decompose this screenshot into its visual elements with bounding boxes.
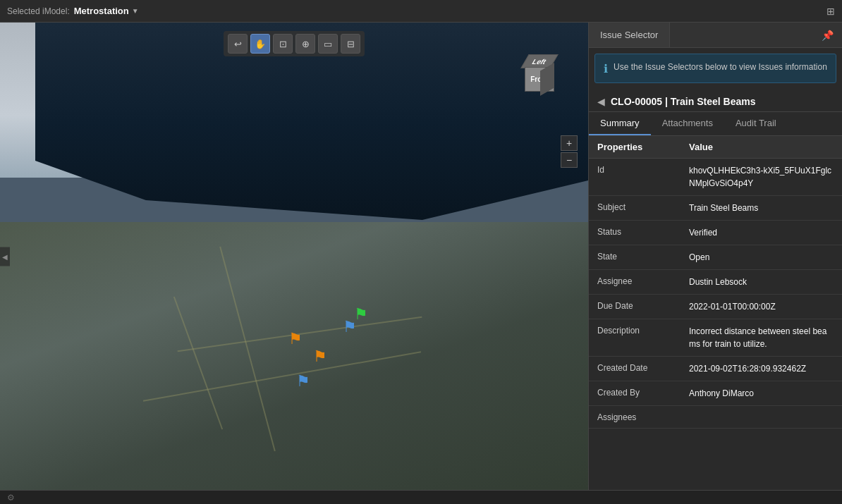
col-header-properties: Properties	[597, 142, 689, 152]
map-pin-3[interactable]: ⚑	[293, 371, 313, 391]
pin-flag-orange-2: ⚑	[313, 348, 327, 366]
table-row: Created Date 2021-09-02T16:28:09.932462Z	[589, 357, 842, 381]
table-row: Assignee Dustin Lebsock	[589, 270, 842, 295]
properties-table: Properties Value Id khovQLHHEkC3h3-kXi5_…	[589, 136, 842, 490]
viewer-roads	[0, 23, 588, 490]
prop-value-subject: Train Steel Beams	[689, 202, 834, 214]
map-pin-5[interactable]: ⚑	[351, 305, 371, 324]
table-row: Id khovQLHHEkC3h3-kXi5_5FUuX1FglcNMplGvS…	[589, 159, 842, 196]
settings-icon[interactable]: ⚙	[7, 493, 15, 503]
window-area-button[interactable]: ▭	[318, 34, 338, 54]
viewer-toolbar: ↩ ✋ ⊡ ⊕ ▭ ⊟	[224, 31, 365, 56]
pin-flag-blue-1: ⚑	[296, 372, 310, 391]
pin-button[interactable]: 📌	[813, 24, 842, 47]
prop-key-assignee: Assignee	[597, 276, 689, 286]
left-indicator-icon: ◀	[1, 252, 9, 260]
map-pin-2[interactable]: ⚑	[310, 347, 330, 367]
issue-title: CLO-00005 | Train Steel Beams	[611, 96, 755, 107]
prop-key-description: Description	[597, 325, 689, 336]
left-edge-indicator[interactable]: ◀	[0, 247, 10, 266]
prop-key-due-date: Due Date	[597, 300, 689, 311]
pin-flag-orange-1: ⚑	[288, 330, 303, 348]
cube-left-label: Left	[531, 58, 549, 66]
table-row: Created By Anthony DiMarco	[589, 381, 842, 406]
col-header-value: Value	[689, 142, 834, 152]
table-row: Status Verified	[589, 221, 842, 245]
tab-summary[interactable]: Summary	[589, 112, 651, 135]
issue-selector-tab[interactable]: Issue Selector	[589, 23, 670, 47]
issue-header: ◀ CLO-00005 | Train Steel Beams	[589, 89, 842, 112]
prop-key-status: Status	[597, 226, 689, 237]
table-row: Subject Train Steel Beams	[589, 196, 842, 221]
info-banner: ℹ Use the Issue Selectors below to view …	[594, 54, 836, 83]
table-row: State Open	[589, 245, 842, 270]
pin-flag-green-1: ⚑	[354, 305, 368, 324]
prop-value-due-date: 2022-01-01T00:00:00Z	[689, 300, 834, 313]
zoom-plus-button[interactable]: +	[561, 135, 578, 151]
issue-selector-bar: Issue Selector 📌	[589, 23, 842, 48]
imodel-label: Selected iModel:	[7, 6, 70, 16]
prop-key-id: Id	[597, 164, 689, 175]
prop-key-assignees: Assignees	[597, 412, 689, 422]
back-arrow[interactable]: ◀	[597, 96, 605, 107]
prop-value-status: Verified	[689, 226, 834, 239]
main-area: ↩ ✋ ⊡ ⊕ ▭ ⊟ Left Front + −	[0, 23, 842, 490]
prop-value-description: Incorrect distance between steel beams f…	[689, 325, 834, 350]
prop-key-created-date: Created Date	[597, 362, 689, 373]
table-row: Assignees	[589, 406, 842, 429]
prop-value-created-date: 2021-09-02T16:28:09.932462Z	[689, 362, 834, 375]
bottom-bar: ⚙	[0, 490, 842, 504]
tab-attachments[interactable]: Attachments	[651, 112, 724, 135]
clip-button[interactable]: ⊟	[341, 34, 360, 54]
zoom-region-button[interactable]: ⊕	[295, 34, 315, 54]
info-text: Use the Issue Selectors below to view Is…	[614, 61, 827, 73]
prop-value-created-by: Anthony DiMarco	[689, 387, 834, 400]
viewer-zoom: + −	[561, 135, 578, 168]
cube-3d: Left Front	[518, 54, 560, 97]
prop-key-state: State	[597, 251, 689, 262]
prop-value-id: khovQLHHEkC3h3-kXi5_5FUuX1FglcNMplGvSiO4…	[689, 164, 834, 190]
table-row: Due Date 2022-01-01T00:00:00Z	[589, 295, 842, 319]
undo-button[interactable]: ↩	[228, 34, 248, 54]
imodel-dropdown-arrow[interactable]: ▼	[132, 7, 139, 15]
top-bar: Selected iModel: Metrostation ▼ ⊞	[0, 0, 842, 23]
viewer-cube[interactable]: Left Front	[518, 54, 567, 104]
table-row: Description Incorrect distance between s…	[589, 319, 842, 357]
tabs-bar: Summary Attachments Audit Trail	[589, 112, 842, 136]
info-icon: ℹ	[604, 62, 608, 75]
zoom-minus-button[interactable]: −	[561, 152, 578, 168]
imodel-name: Metrostation	[74, 6, 129, 16]
fit-view-button[interactable]: ⊡	[273, 34, 293, 54]
prop-value-state: Open	[689, 251, 834, 264]
tab-audit-trail[interactable]: Audit Trail	[724, 112, 788, 135]
prop-key-created-by: Created By	[597, 387, 689, 398]
table-header-row: Properties Value	[589, 136, 842, 159]
prop-key-subject: Subject	[597, 202, 689, 212]
map-pin-1[interactable]: ⚑	[286, 329, 305, 349]
right-panel: Issue Selector 📌 ℹ Use the Issue Selecto…	[588, 23, 842, 490]
viewer-panel[interactable]: ↩ ✋ ⊡ ⊕ ▭ ⊟ Left Front + −	[0, 23, 588, 490]
pan-button[interactable]: ✋	[250, 34, 270, 54]
prop-value-assignee: Dustin Lebsock	[689, 276, 834, 288]
window-controls-icon[interactable]: ⊞	[826, 6, 835, 17]
